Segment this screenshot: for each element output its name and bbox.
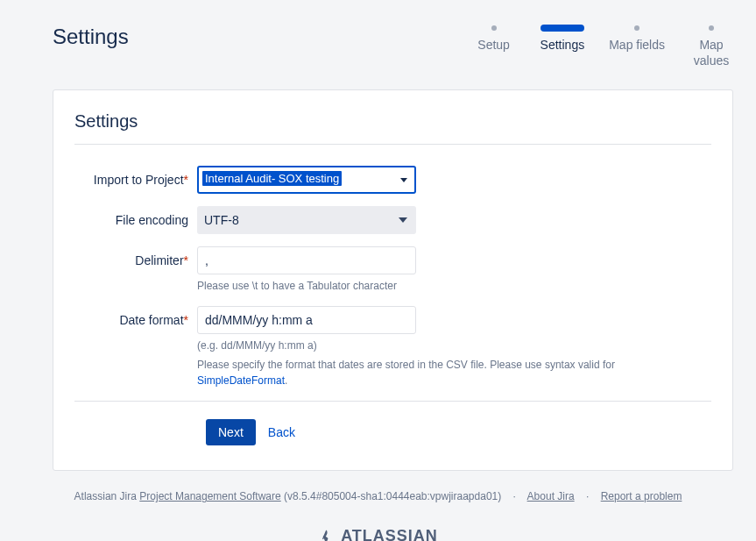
step-dot-icon [689, 25, 733, 32]
report-problem-link[interactable]: Report a problem [601, 490, 682, 502]
atlassian-icon [318, 529, 334, 541]
date-format-input[interactable] [197, 306, 416, 334]
footer: Atlassian Jira Project Management Softwa… [0, 490, 756, 541]
import-project-label: Import to Project* [74, 166, 197, 187]
step-map-fields[interactable]: Map fields [609, 25, 665, 53]
step-setup[interactable]: Setup [472, 25, 516, 53]
file-encoding-label: File encoding [74, 206, 197, 227]
step-bar-icon [541, 25, 584, 32]
chevron-down-icon [400, 178, 407, 182]
date-format-example: (e.g. dd/MMM/yy h:mm a) [197, 338, 688, 353]
pm-software-link[interactable]: Project Management Software [139, 490, 280, 502]
card-title: Settings [74, 111, 711, 145]
wizard-steps: Setup Settings Map fields Map values [472, 25, 733, 68]
chevron-down-icon [399, 217, 407, 223]
step-label: Setup [477, 37, 510, 53]
delimiter-label: Delimiter* [74, 246, 197, 267]
delimiter-help: Please use \t to have a Tabulator charac… [197, 278, 416, 294]
step-dot-icon [472, 25, 516, 32]
date-format-label: Date format* [74, 306, 197, 327]
back-button[interactable]: Back [268, 425, 295, 439]
import-project-value: Internal Audit- SOX testing [202, 171, 342, 186]
about-jira-link[interactable]: About Jira [527, 490, 575, 502]
step-map-values[interactable]: Map values [689, 25, 733, 68]
page-title: Settings [53, 25, 129, 49]
simple-date-format-link[interactable]: SimpleDateFormat [197, 374, 285, 387]
delimiter-input[interactable] [197, 246, 416, 274]
step-label: Settings [541, 37, 585, 53]
file-encoding-value: UTF-8 [204, 213, 239, 227]
step-label: Map values [689, 37, 733, 68]
file-encoding-select[interactable]: UTF-8 [197, 206, 416, 234]
date-format-help: Please specify the format that dates are… [197, 357, 688, 388]
atlassian-logo: ATLASSIAN [0, 527, 756, 541]
step-label: Map fields [609, 37, 665, 53]
step-settings[interactable]: Settings [541, 25, 585, 53]
step-dot-icon [615, 25, 659, 32]
next-button[interactable]: Next [206, 419, 256, 445]
import-project-select[interactable]: Internal Audit- SOX testing [197, 166, 416, 194]
